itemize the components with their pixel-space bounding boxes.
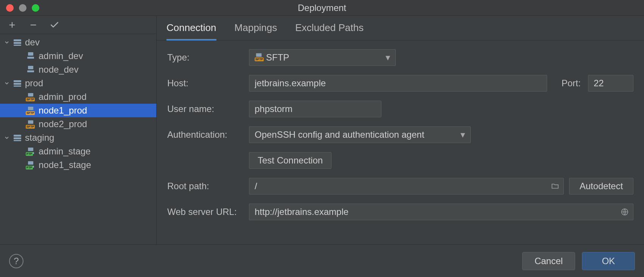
tree-item-label: node1_prod (39, 105, 87, 116)
server-group-icon (13, 39, 22, 46)
ftp-server-icon: FTP (26, 160, 36, 170)
svg-rect-18 (14, 140, 21, 141)
local-server-icon (26, 51, 36, 61)
dialog-footer: ? Cancel OK (0, 244, 644, 277)
root-path-label: Root path: (167, 181, 249, 191)
window-title: Deployment (298, 3, 346, 13)
svg-rect-2 (14, 45, 21, 46)
authentication-select[interactable]: OpenSSH config and authentication agent … (249, 126, 471, 143)
test-connection-button[interactable]: Test Connection (249, 152, 331, 169)
help-button[interactable]: ? (9, 254, 23, 268)
apply-button[interactable] (49, 20, 60, 30)
host-label: Host: (167, 78, 249, 89)
server-tree[interactable]: devadmin_devnode_devprodSFTPadmin_prodSF… (0, 34, 156, 244)
tree-item-label: admin_prod (39, 92, 87, 102)
tab-mappings[interactable]: Mappings (235, 22, 277, 40)
local-server-icon (26, 65, 36, 74)
sftp-server-icon: SFTP (26, 106, 36, 115)
svg-rect-10 (28, 93, 33, 96)
svg-rect-19 (28, 148, 33, 151)
svg-rect-14 (28, 120, 33, 124)
tree-item-label: node1_stage (39, 160, 91, 170)
sftp-server-icon: SFTP (26, 120, 36, 129)
svg-rect-16 (14, 135, 21, 137)
svg-rect-4 (27, 57, 34, 59)
titlebar: Deployment (0, 0, 644, 16)
svg-rect-3 (28, 52, 33, 56)
svg-rect-17 (14, 137, 21, 139)
ftp-server-icon: FTP (26, 147, 36, 156)
svg-rect-7 (14, 80, 21, 82)
tree-group-label: dev (25, 37, 40, 48)
tree-item-label: node_dev (39, 64, 78, 75)
type-select[interactable]: SFTP SFTP ▾ (249, 49, 396, 66)
tab-excluded-paths[interactable]: Excluded Paths (295, 22, 364, 40)
svg-rect-21 (28, 161, 33, 165)
browse-folder-button[interactable] (547, 182, 563, 190)
content-panel: ConnectionMappingsExcluded Paths Type: S… (157, 16, 644, 244)
sftp-icon: SFTP (255, 54, 263, 61)
web-server-url-label: Web server URL: (167, 207, 249, 217)
window-controls (0, 4, 39, 12)
ok-button[interactable]: OK (582, 252, 635, 270)
port-label: Port: (562, 78, 583, 89)
type-label: Type: (167, 52, 249, 63)
username-input[interactable] (249, 101, 381, 117)
tree-group-dev[interactable]: dev (0, 36, 156, 49)
username-label: User name: (167, 104, 249, 114)
add-server-button[interactable]: + (7, 20, 17, 30)
tree-group-label: staging (25, 132, 54, 143)
tree-item-node1_prod[interactable]: SFTPnode1_prod (0, 104, 156, 117)
tree-item-node2_prod[interactable]: SFTPnode2_prod (0, 117, 156, 131)
tree-item-label: node2_prod (39, 119, 87, 129)
sidebar: + − devadmin_devnode_devprodSFTPadmin_pr… (0, 16, 157, 244)
svg-rect-9 (14, 86, 21, 87)
chevron-down-icon (4, 135, 10, 140)
tree-group-staging[interactable]: staging (0, 131, 156, 145)
connection-form: Type: SFTP SFTP ▾ Host (157, 40, 644, 228)
open-url-button[interactable] (616, 208, 633, 216)
zoom-window-icon[interactable] (32, 4, 39, 12)
tree-group-prod[interactable]: prod (0, 76, 156, 90)
server-group-icon (13, 79, 22, 87)
tree-group-label: prod (25, 78, 43, 89)
authentication-label: Authentication: (167, 129, 249, 140)
svg-rect-0 (14, 39, 21, 41)
chevron-down-icon: ▾ (386, 52, 390, 63)
svg-rect-1 (14, 42, 21, 44)
tree-item-admin_stage[interactable]: FTPadmin_stage (0, 145, 156, 158)
svg-rect-8 (14, 83, 21, 85)
tree-item-node_dev[interactable]: node_dev (0, 63, 156, 76)
chevron-down-icon (4, 40, 10, 45)
svg-rect-5 (28, 66, 33, 69)
chevron-down-icon: ▾ (460, 129, 465, 140)
sftp-server-icon: SFTP (26, 92, 36, 101)
root-path-input[interactable] (249, 178, 547, 194)
host-input[interactable] (249, 75, 547, 92)
web-server-url-input[interactable] (249, 204, 616, 220)
port-input[interactable] (588, 75, 633, 92)
tree-item-node1_stage[interactable]: FTPnode1_stage (0, 158, 156, 172)
minimize-window-icon[interactable] (19, 4, 26, 12)
chevron-down-icon (4, 81, 10, 86)
cancel-button[interactable]: Cancel (522, 252, 575, 270)
tab-connection[interactable]: Connection (166, 22, 216, 40)
tree-item-label: admin_stage (39, 146, 90, 157)
remove-server-button[interactable]: − (28, 20, 39, 30)
autodetect-button[interactable]: Autodetect (569, 178, 633, 195)
svg-rect-12 (28, 107, 33, 110)
close-window-icon[interactable] (6, 4, 14, 12)
svg-rect-23 (256, 53, 262, 57)
sidebar-toolbar: + − (0, 16, 156, 34)
svg-rect-6 (27, 70, 34, 72)
server-group-icon (13, 134, 22, 142)
type-value: SFTP (266, 52, 289, 63)
tabs: ConnectionMappingsExcluded Paths (157, 16, 644, 40)
tree-item-admin_dev[interactable]: admin_dev (0, 49, 156, 63)
tree-item-label: admin_dev (39, 51, 83, 61)
tree-item-admin_prod[interactable]: SFTPadmin_prod (0, 90, 156, 104)
authentication-value: OpenSSH config and authentication agent (255, 129, 424, 140)
